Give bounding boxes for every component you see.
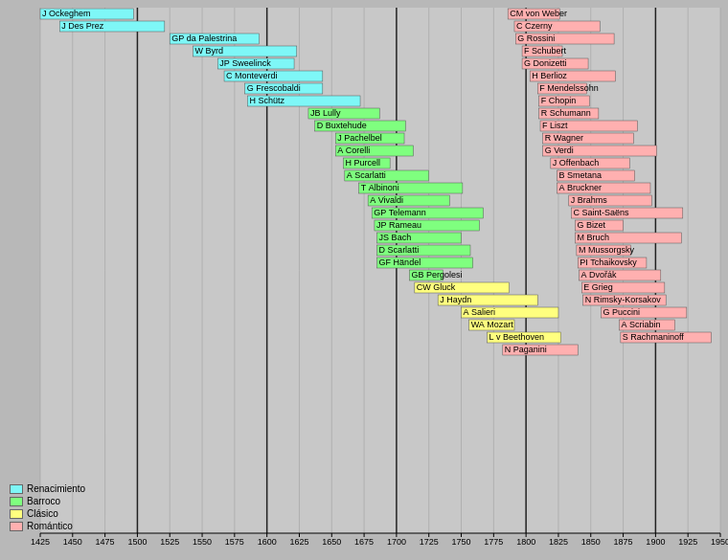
legend-item: Clásico: [10, 508, 85, 519]
legend-item: Renacimiento: [10, 483, 85, 494]
legend-color: [10, 484, 23, 494]
legend-label: Barroco: [27, 496, 60, 506]
legend-color: [10, 509, 23, 519]
legend: RenacimientoBarrocoClásicoRomántico: [10, 483, 85, 531]
legend-label: Clásico: [27, 508, 58, 519]
legend-label: Renacimiento: [27, 483, 85, 494]
timeline-chart: [0, 0, 728, 560]
legend-color: [10, 522, 23, 531]
legend-label: Romántico: [27, 521, 73, 531]
legend-item: Romántico: [10, 521, 85, 531]
legend-color: [10, 497, 23, 506]
chart-container: RenacimientoBarrocoClásicoRomántico: [0, 0, 728, 560]
legend-item: Barroco: [10, 496, 85, 506]
